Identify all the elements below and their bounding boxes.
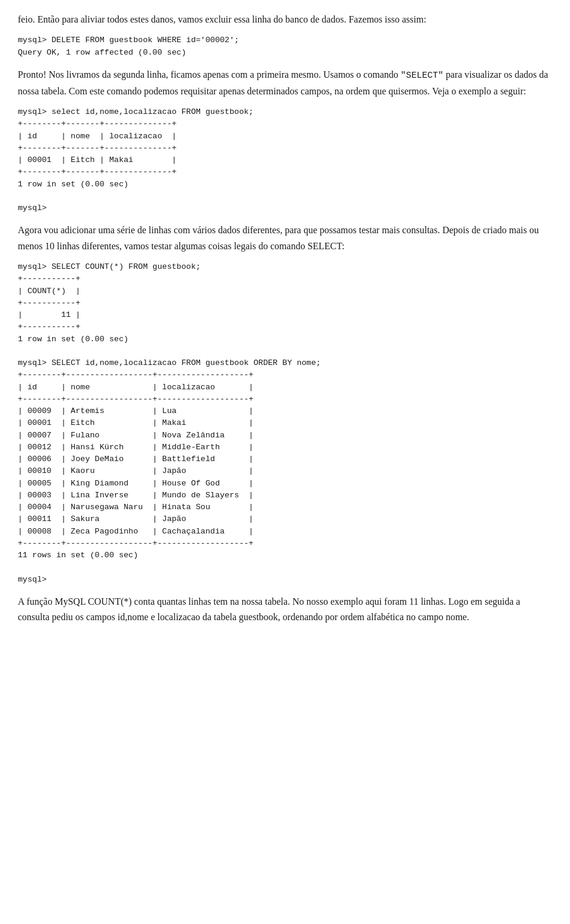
paragraph-1: feio. Então para aliviar todos estes dan… xyxy=(18,12,552,27)
inline-code-select: "SELECT" xyxy=(401,71,444,81)
paragraph-2: Pronto! Nos livramos da segunda linha, f… xyxy=(18,67,552,99)
code-block-select-example: mysql> select id,nome,localizacao FROM g… xyxy=(18,106,552,214)
code-block-count-and-order: mysql> SELECT COUNT(*) FROM guestbook; +… xyxy=(18,261,552,586)
paragraph-3: Agora vou adicionar uma série de linhas … xyxy=(18,223,552,254)
main-content: feio. Então para aliviar todos estes dan… xyxy=(18,12,552,625)
paragraph-4: A função MySQL COUNT(*) conta quantas li… xyxy=(18,594,552,625)
code-block-delete: mysql> DELETE FROM guestbook WHERE id='0… xyxy=(18,34,552,59)
